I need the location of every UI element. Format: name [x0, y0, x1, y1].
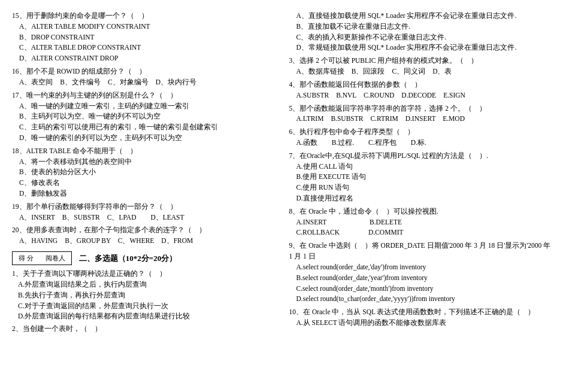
rq8-opt-cd: C.ROLLBACK D.COMMIT [296, 227, 555, 238]
rq3-title: 3、选择 2 个可以被 PUBLIC 用户组持有的模式对象。（ ） [289, 56, 555, 66]
rq4: 4、那个函数能返回任何数据的参数（ ） A.SUBSTR B.NVL C.ROU… [289, 80, 555, 101]
q19-opts: A、INSERT B、SUBSTR C、LPAD D、LEAST [19, 212, 277, 223]
q18-opt-b: B、使表的初始分区大小 [19, 167, 277, 178]
q20-opts: A、HAVING B、GROUP BY C、WHERE D、FROM [19, 236, 277, 247]
s2-question-1: 1、关于子查询以下哪两种说法是正确的？（ ） A.外层查询返回结果之后，执行内层… [12, 269, 277, 322]
s2-question-2: 2、当创建一个表时，（ ） [12, 324, 277, 335]
question-20: 20、使用多表查询时，在那个子句指定多个表的连字？（ ） A、HAVING B、… [12, 225, 277, 247]
q15-opt-c: C、ALTER TABLE DROP CONSTRAINT [19, 42, 277, 53]
s2q1-opt-a: A.外层查询返回结果之后，执行内层查询 [18, 279, 277, 290]
q16-opts: A、表空间 B、文件编号 C、对象编号 D、块内行号 [19, 77, 277, 88]
question-17: 17、唯一约束的列与主键的列的区别是什么？（ ） A、唯一键的列建立唯一索引，主… [12, 90, 277, 144]
s2q2-title: 2、当创建一个表时，（ ） [12, 324, 277, 335]
rq8: 8、在 Oracle 中，通过命令（ ）可以操控视图. A.INSERT B.D… [289, 206, 555, 238]
section2-header: 得 分 阅卷人 二、多选题（10*2分=20分） [12, 251, 277, 265]
question-15: 15、用于删除约束的命令是哪一个？（ ） A、ALTER TABLE MODIF… [12, 11, 277, 64]
rq4-opts: A.SUBSTR B.NVL C.ROUND D.DECODE E.SIGN [296, 90, 555, 101]
page-container: 15、用于删除约束的命令是哪一个？（ ） A、ALTER TABLE MODIF… [0, 0, 566, 392]
rq-continuation: A、直接链接加载使用 SQL* Loader 实用程序不会记录在重做日志文件. … [289, 11, 555, 53]
rq9: 9、在 Oracle 中选则（ ）将 ORDER_DATE 日期值'2000 年… [289, 241, 555, 305]
rq9-opt-a: A.select round(order_date,'day')from inv… [296, 262, 555, 273]
q17-opt-c: C、主码的索引可以使用已有的索引，唯一键的索引是创建索引 [19, 122, 277, 133]
rq6-title: 6、执行程序包中命令子程序类型（ ） [289, 127, 555, 138]
rq7-opt-a: A.使用 CALL 语句 [296, 162, 555, 172]
rqa-opt-d: D、常规链接加载使用 SQL* Loader 实用程序不会记录在重做日志文件. [296, 42, 555, 53]
q18-opt-c: C、修改表名 [19, 178, 277, 189]
score-label: 得 分 [19, 253, 34, 263]
q15-title: 15、用于删除约束的命令是哪一个？（ ） [12, 11, 277, 22]
q18-title: 18、ALTER TABLE 命令不能用于（ ） [12, 146, 277, 157]
rqa-opt-b: B、直接加载不记录在重做日志文件. [296, 22, 555, 32]
rq5-title: 5、那个函数能返回字符串字符串的首字符，选择 2 个。（ ） [289, 104, 555, 114]
rqa-opt-a: A、直接链接加载使用 SQL* Loader 实用程序不会记录在重做日志文件. [296, 11, 555, 22]
rq7-opt-d: D.直接使用过程名 [296, 193, 555, 204]
q16-title: 16、那个不是 ROWID 的组成部分？（ ） [12, 66, 277, 77]
rq8-opt-ab: A.INSERT B.DELETE [296, 217, 555, 228]
rq6: 6、执行程序包中命令子程序类型（ ） A.函数 B.过程. C.程序包 D.标. [289, 127, 555, 148]
rq4-title: 4、那个函数能返回任何数据的参数（ ） [289, 80, 555, 90]
q17-opt-a: A、唯一键的列建立唯一索引，主码的列建立唯一索引 [19, 101, 277, 112]
rq9-opt-c: C.select round(order_date,'month')from i… [296, 284, 555, 294]
question-19: 19、那个单行函数能够得到字符串的一部分？（ ） A、INSERT B、SUBS… [12, 202, 277, 223]
q19-title: 19、那个单行函数能够得到字符串的一部分？（ ） [12, 202, 277, 212]
rq3: 3、选择 2 个可以被 PUBLIC 用户组持有的模式对象。（ ） A、数据库链… [289, 56, 555, 77]
q17-title: 17、唯一约束的列与主键的列的区别是什么？（ ） [12, 90, 277, 101]
q15-opt-a: A、ALTER TABLE MODIFY CONSTRAINT [19, 22, 277, 32]
right-column: A、直接链接加载使用 SQL* Loader 实用程序不会记录在重做日志文件. … [283, 11, 555, 386]
left-column: 15、用于删除约束的命令是哪一个？（ ） A、ALTER TABLE MODIF… [12, 11, 283, 386]
rq10-title: 10、在 Oracle 中，当从 SQL 表达式使用函数数时，下列描述不正确的是… [289, 307, 555, 318]
section2-title: 二、多选题（10*2分=20分） [79, 253, 177, 265]
rq5: 5、那个函数能返回字符串字符串的首字符，选择 2 个。（ ） A.LTRIM B… [289, 104, 555, 125]
q20-title: 20、使用多表查询时，在那个子句指定多个表的连字？（ ） [12, 225, 277, 236]
q15-opt-d: D、ALTER CONSTRAINT DROP [19, 53, 277, 64]
rq7-title: 7、在Oracle中,在SQL提示符下调用PL/SQL 过程的方法是（ ）. [289, 151, 555, 162]
question-16: 16、那个不是 ROWID 的组成部分？（ ） A、表空间 B、文件编号 C、对… [12, 66, 277, 88]
rq10-opt-a: A.从 SELECT 语句调用的函数不能修改数据库表 [296, 318, 555, 329]
rq9-opt-d: D.select round(to_char(order_date,'yyyy'… [296, 294, 555, 305]
s2q1-title: 1、关于子查询以下哪两种说法是正确的？（ ） [12, 269, 277, 279]
rq10: 10、在 Oracle 中，当从 SQL 表达式使用函数数时，下列描述不正确的是… [289, 307, 555, 329]
s2q1-opt-b: B.先执行子查询，再执行外层查询 [18, 290, 277, 301]
q18-opt-a: A、将一个表移动到其他的表空间中 [19, 157, 277, 168]
s2q1-opt-c: C.对于子查询返回的结果，外层查询只执行一次 [18, 301, 277, 312]
rq8-title: 8、在 Oracle 中，通过命令（ ）可以操控视图. [289, 206, 555, 217]
rq7-opt-c: C.使用 RUN 语句 [296, 183, 555, 193]
reviewer-label: 阅卷人 [46, 253, 65, 263]
q17-opt-d: D、唯一键的索引的列可以为空，主码列不可以为空 [19, 133, 277, 144]
rq7-opt-b: B.使用 EXECUTE 语句 [296, 172, 555, 183]
q15-opt-b: B、DROP CONSTRAINT [19, 32, 277, 43]
q18-opt-d: D、删除触发器 [19, 189, 277, 199]
question-18: 18、ALTER TABLE 命令不能用于（ ） A、将一个表移动到其他的表空间… [12, 146, 277, 199]
q17-opt-b: B、主码列可以为空、唯一键的列不可以为空 [19, 111, 277, 122]
rq5-opts: A.LTRIM B.SUBSTR C.RTRIM D.INSERT E.MOD [296, 114, 555, 124]
score-box: 得 分 阅卷人 [12, 251, 72, 265]
rqa-opt-c: C、表的插入和更新操作不记录在重做日志文件. [296, 32, 555, 43]
rq9-title: 9、在 Oracle 中选则（ ）将 ORDER_DATE 日期值'2000 年… [289, 241, 555, 262]
rq3-opts: A、数据库链接 B、回滚段 C、同义词 D、表 [296, 66, 555, 77]
rq6-opts: A.函数 B.过程. C.程序包 D.标. [296, 138, 555, 148]
rq7: 7、在Oracle中,在SQL提示符下调用PL/SQL 过程的方法是（ ）. A… [289, 151, 555, 204]
s2q1-opt-d: D.外层查询返回的每行结果都有内层查询结果进行比较 [18, 311, 277, 322]
rq9-opt-b: B.select round(order_date,'year')from in… [296, 273, 555, 284]
